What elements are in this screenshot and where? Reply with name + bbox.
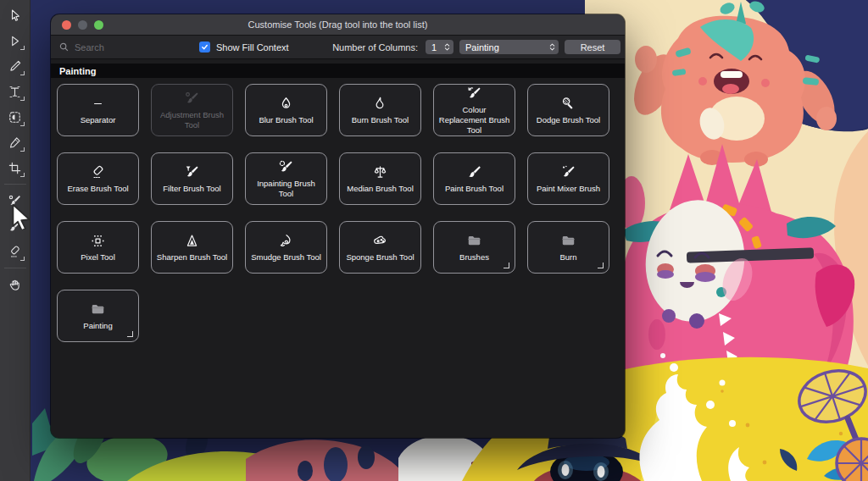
magnifier-icon bbox=[59, 42, 69, 52]
flyout-corner bbox=[20, 97, 25, 101]
tool-group-painting[interactable]: Painting bbox=[57, 290, 139, 342]
zoom-button[interactable] bbox=[94, 20, 103, 30]
group-corner-mark bbox=[127, 331, 133, 337]
tool-button-paint-brush-tool[interactable]: Paint Brush Tool bbox=[433, 152, 515, 205]
sidebar-divider bbox=[4, 184, 26, 185]
tool-sidebar bbox=[0, 0, 31, 481]
show-fill-context-label: Show Fill Context bbox=[216, 42, 289, 53]
stepper-chevrons-icon bbox=[444, 42, 450, 52]
tool-label: Pixel Tool bbox=[81, 252, 115, 263]
sidebar-tool-frame-text[interactable] bbox=[3, 79, 28, 104]
sidebar-tool-move[interactable] bbox=[3, 28, 28, 53]
folder-icon bbox=[89, 301, 107, 318]
sidebar-tool-erase[interactable] bbox=[3, 239, 28, 264]
tool-group-burn[interactable]: Burn bbox=[527, 221, 609, 274]
flyout-corner bbox=[20, 173, 25, 177]
tool-button-pixel-tool[interactable]: Pixel Tool bbox=[57, 221, 139, 274]
tool-button-median-brush-tool[interactable]: Median Brush Tool bbox=[339, 152, 421, 205]
tool-group-brushes[interactable]: Brushes bbox=[433, 221, 515, 274]
tool-label: Paint Mixer Brush bbox=[537, 184, 600, 194]
folder-icon bbox=[465, 232, 483, 250]
tool-button-colour-replacement-brush-tool[interactable]: Colour Replacement Brush Tool bbox=[433, 84, 515, 136]
tool-label: Separator bbox=[81, 115, 116, 125]
category-select[interactable]: Painting bbox=[459, 40, 559, 54]
group-corner-mark bbox=[504, 263, 509, 268]
flyout-corner bbox=[20, 147, 25, 152]
customise-tools-dialog: Customise Tools (Drag tool into the tool… bbox=[51, 14, 625, 438]
hand-icon bbox=[7, 277, 23, 293]
inpainting-icon bbox=[277, 158, 295, 176]
tool-label: Colour Replacement Brush Tool bbox=[438, 105, 510, 135]
tool-button-sponge-brush-tool[interactable]: Sponge Brush Tool bbox=[339, 221, 421, 274]
tool-label: Erase Brush Tool bbox=[67, 184, 128, 194]
tool-button-erase-brush-tool[interactable]: Erase Brush Tool bbox=[57, 152, 139, 205]
tool-grid: SeparatorAdjustment Brush ToolBlur Brush… bbox=[51, 78, 625, 342]
flyout-corner bbox=[20, 46, 25, 50]
adjustment-brush-icon bbox=[183, 90, 201, 108]
flyout-corner bbox=[20, 71, 25, 75]
erase-icon bbox=[89, 163, 107, 181]
dialog-title: Customise Tools (Drag tool into the tool… bbox=[51, 19, 625, 30]
tool-button-sharpen-brush-tool[interactable]: Sharpen Brush Tool bbox=[151, 221, 233, 274]
close-button[interactable] bbox=[62, 20, 71, 30]
tool-label: Smudge Brush Tool bbox=[251, 252, 321, 263]
tool-button-inpainting-brush-tool[interactable]: Inpainting Brush Tool bbox=[245, 152, 327, 205]
tool-label: Burn Brush Tool bbox=[352, 115, 409, 125]
tool-label: Median Brush Tool bbox=[347, 184, 414, 194]
tool-button-dodge-brush-tool[interactable]: Dodge Brush Tool bbox=[527, 84, 609, 136]
tool-button-filter-brush-tool[interactable]: Filter Brush Tool bbox=[151, 152, 233, 205]
tool-label: Blur Brush Tool bbox=[259, 115, 313, 125]
tool-button-smudge-brush-tool[interactable]: Smudge Brush Tool bbox=[245, 221, 327, 274]
columns-value: 1 bbox=[431, 42, 437, 53]
check-icon bbox=[201, 43, 209, 51]
tool-label: Sponge Brush Tool bbox=[346, 252, 414, 263]
paint-brush-icon bbox=[465, 163, 483, 181]
dodge-icon bbox=[559, 95, 577, 113]
filter-icon bbox=[183, 163, 201, 181]
folder-icon bbox=[559, 232, 577, 250]
sharpen-icon bbox=[183, 232, 201, 250]
search-field[interactable] bbox=[59, 41, 193, 53]
sponge-icon bbox=[371, 232, 389, 250]
mouse-cursor bbox=[11, 203, 34, 233]
sidebar-tool-colour-picker[interactable] bbox=[3, 130, 28, 155]
pixel-icon bbox=[89, 232, 107, 250]
tool-label: Filter Brush Tool bbox=[163, 184, 220, 194]
search-input[interactable] bbox=[73, 41, 182, 53]
dialog-titlebar[interactable]: Customise Tools (Drag tool into the tool… bbox=[51, 14, 625, 36]
burn-icon bbox=[371, 95, 389, 113]
reset-button[interactable]: Reset bbox=[565, 40, 620, 54]
tool-label: Burn bbox=[559, 252, 576, 263]
tool-button-paint-mixer-brush[interactable]: Paint Mixer Brush bbox=[527, 152, 609, 205]
sidebar-tool-crop[interactable] bbox=[3, 155, 28, 180]
smudge-icon bbox=[277, 232, 295, 250]
tool-label: Painting bbox=[83, 321, 112, 331]
tool-label: Dodge Brush Tool bbox=[537, 115, 600, 125]
tool-label: Inpainting Brush Tool bbox=[250, 179, 322, 199]
minimize-button[interactable] bbox=[78, 20, 87, 30]
median-icon bbox=[371, 163, 389, 181]
dialog-content: Painting SeparatorAdjustment Brush ToolB… bbox=[51, 59, 625, 438]
number-of-columns-label: Number of Columns: bbox=[332, 42, 418, 53]
tool-button-separator[interactable]: Separator bbox=[57, 84, 139, 136]
select-chevrons-icon bbox=[549, 42, 555, 52]
flyout-corner bbox=[20, 122, 25, 126]
tool-button-blur-brush-tool[interactable]: Blur Brush Tool bbox=[245, 84, 327, 136]
tool-label: Paint Brush Tool bbox=[445, 184, 504, 194]
sidebar-divider bbox=[4, 268, 26, 268]
tool-button-burn-brush-tool[interactable]: Burn Brush Tool bbox=[339, 84, 421, 136]
colour-replacement-icon bbox=[465, 85, 483, 102]
cursor-icon bbox=[7, 8, 23, 24]
traffic-lights bbox=[62, 14, 103, 35]
show-fill-context-checkbox[interactable] bbox=[199, 41, 210, 53]
tool-label: Brushes bbox=[459, 252, 489, 263]
sidebar-tool-selection-brush[interactable] bbox=[3, 104, 28, 130]
sidebar-tool-cursor[interactable] bbox=[3, 3, 28, 28]
sidebar-tool-hand[interactable] bbox=[3, 272, 28, 297]
columns-stepper[interactable]: 1 bbox=[426, 40, 453, 54]
paint-mixer-icon bbox=[559, 163, 577, 181]
dialog-toolbar: Show Fill Context Number of Columns: 1 P… bbox=[51, 36, 625, 59]
sidebar-tool-pen[interactable] bbox=[3, 53, 28, 79]
blur-icon bbox=[277, 95, 295, 113]
tool-button-adjustment-brush-tool[interactable]: Adjustment Brush Tool bbox=[151, 84, 233, 136]
